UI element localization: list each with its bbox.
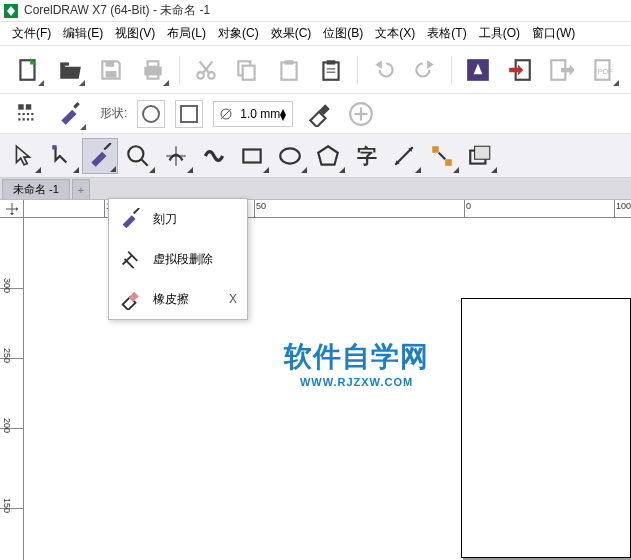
svg-text:字: 字: [357, 144, 377, 166]
cut-button[interactable]: [190, 54, 222, 86]
svg-rect-3: [106, 61, 115, 66]
menu-edit[interactable]: 编辑(E): [57, 23, 109, 44]
separator: [179, 56, 180, 84]
svg-rect-48: [243, 149, 260, 162]
eraser-prop-button[interactable]: [303, 98, 335, 130]
svg-line-64: [134, 208, 140, 214]
menu-table[interactable]: 表格(T): [421, 23, 472, 44]
separator: [357, 56, 358, 84]
paste-button[interactable]: [273, 54, 305, 86]
stroke-width-control[interactable]: 1.0 mm ▴▾: [213, 101, 293, 127]
copy-button[interactable]: [232, 54, 264, 86]
crop-tool[interactable]: [82, 138, 118, 174]
svg-rect-59: [475, 146, 490, 159]
polygon-tool[interactable]: [310, 138, 346, 174]
flyout-knife-label: 刻刀: [153, 211, 237, 228]
menu-view[interactable]: 视图(V): [109, 23, 161, 44]
ruler-origin[interactable]: [0, 200, 24, 218]
menu-object[interactable]: 对象(C): [212, 23, 265, 44]
workspace: 100 50 0 100 300 250 200 150 软件自学网 WWW.R…: [0, 200, 631, 560]
tab-add[interactable]: +: [72, 179, 90, 199]
brush-preset-button[interactable]: [54, 98, 86, 130]
svg-rect-17: [327, 60, 336, 64]
new-button[interactable]: [12, 54, 44, 86]
redo-button[interactable]: [409, 54, 441, 86]
connector-tool[interactable]: [424, 138, 460, 174]
svg-marker-63: [10, 213, 14, 215]
watermark-title: 软件自学网: [284, 338, 429, 376]
import-button[interactable]: [504, 54, 536, 86]
stroke-width-value: 1.0 mm: [240, 107, 280, 121]
flyout-eraser[interactable]: 橡皮擦 X: [109, 279, 247, 319]
artistic-media-tool[interactable]: [196, 138, 232, 174]
svg-marker-21: [427, 60, 434, 69]
menu-layout[interactable]: 布局(L): [161, 23, 212, 44]
watermark-url: WWW.RJZXW.COM: [284, 376, 429, 388]
svg-rect-65: [128, 292, 138, 302]
tab-doc1[interactable]: 未命名 -1: [2, 179, 70, 199]
menu-text[interactable]: 文本(X): [369, 23, 421, 44]
svg-rect-2: [60, 62, 69, 65]
freehand-tool[interactable]: [158, 138, 194, 174]
menu-effects[interactable]: 效果(C): [265, 23, 318, 44]
svg-rect-4: [106, 71, 117, 78]
shape-square[interactable]: [175, 100, 203, 128]
svg-line-33: [74, 103, 78, 107]
flyout-eraser-shortcut: X: [229, 292, 237, 306]
dimension-tool[interactable]: [386, 138, 422, 174]
shape-label: 形状:: [100, 105, 127, 122]
save-button[interactable]: [95, 54, 127, 86]
svg-line-43: [104, 143, 111, 150]
open-button[interactable]: [54, 54, 86, 86]
toolbox: 字: [0, 134, 631, 178]
crop-tool-flyout: 刻刀 虚拟段删除 橡皮擦 X: [108, 198, 248, 320]
eraser-icon: [119, 288, 141, 310]
launch-button[interactable]: [462, 54, 494, 86]
ruler-vertical[interactable]: 300 250 200 150: [0, 218, 24, 560]
add-button[interactable]: [345, 98, 377, 130]
svg-marker-62: [16, 207, 18, 211]
document-tabs: 未命名 -1 +: [0, 178, 631, 200]
window-title: CorelDRAW X7 (64-Bit) - 未命名 -1: [24, 2, 210, 19]
preset-button[interactable]: [12, 98, 44, 130]
svg-point-44: [128, 146, 143, 161]
shape-tool[interactable]: [44, 138, 80, 174]
svg-marker-20: [375, 60, 382, 69]
svg-rect-30: [26, 104, 31, 109]
virtual-segment-icon: [119, 248, 141, 270]
svg-rect-16: [323, 62, 338, 79]
flyout-virtual-segment-delete[interactable]: 虚拟段删除: [109, 239, 247, 279]
svg-marker-1: [30, 58, 36, 65]
flyout-vsd-label: 虚拟段删除: [153, 251, 237, 268]
rectangle-tool[interactable]: [234, 138, 270, 174]
svg-marker-26: [561, 64, 574, 75]
menu-tools[interactable]: 工具(O): [473, 23, 526, 44]
svg-line-57: [439, 152, 446, 159]
zoom-tool[interactable]: [120, 138, 156, 174]
effects-tool[interactable]: [462, 138, 498, 174]
print-button[interactable]: [137, 54, 169, 86]
svg-rect-35: [181, 106, 197, 122]
svg-rect-56: [445, 159, 452, 166]
standard-toolbar: PDF: [0, 46, 631, 94]
menu-bar: 文件(F) 编辑(E) 视图(V) 布局(L) 对象(C) 效果(C) 位图(B…: [0, 22, 631, 46]
svg-line-45: [141, 159, 148, 166]
clipboard-button[interactable]: [315, 54, 347, 86]
flyout-knife[interactable]: 刻刀: [109, 199, 247, 239]
stroke-spinner[interactable]: ▴▾: [278, 108, 288, 120]
menu-file[interactable]: 文件(F): [6, 23, 57, 44]
pick-tool[interactable]: [6, 138, 42, 174]
menu-bitmap[interactable]: 位图(B): [317, 23, 369, 44]
undo-button[interactable]: [368, 54, 400, 86]
svg-rect-29: [18, 104, 23, 109]
ellipse-tool[interactable]: [272, 138, 308, 174]
property-bar: 形状: 1.0 mm ▴▾: [0, 94, 631, 134]
title-bar: CorelDRAW X7 (64-Bit) - 未命名 -1: [0, 0, 631, 22]
publish-pdf-button[interactable]: PDF: [587, 54, 619, 86]
shape-circle[interactable]: [137, 100, 165, 128]
text-tool[interactable]: 字: [348, 138, 384, 174]
export-button[interactable]: [546, 54, 578, 86]
svg-point-49: [280, 148, 300, 163]
menu-window[interactable]: 窗口(W): [526, 23, 581, 44]
page-boundary: [461, 298, 631, 558]
